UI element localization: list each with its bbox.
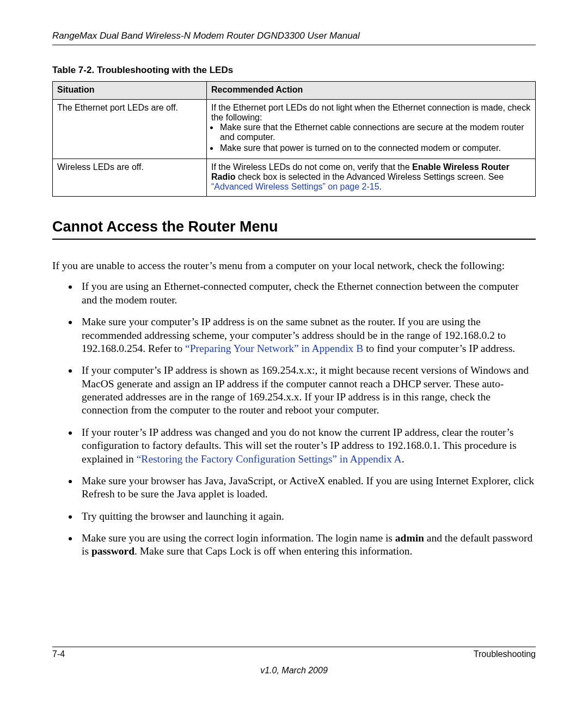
cell-text: If the Ethernet port LEDs do not light w… [211,103,530,122]
list-item: If your computer’s IP address is shown a… [78,364,536,417]
table-cell-situation: Wireless LEDs are off. [53,159,207,197]
table-row: Wireless LEDs are off. If the Wireless L… [53,159,536,197]
cell-bullet: Make sure that the Ethernet cable connec… [219,123,531,142]
footer-version: v1.0, March 2009 [0,666,588,675]
cell-text: . [379,182,382,191]
manual-page: RangeMax Dual Band Wireless-N Modem Rout… [0,0,588,706]
item-text: to find your computer’s IP address. [363,343,515,354]
table-row: The Ethernet port LEDs are off. If the E… [53,100,536,159]
table-cell-action: If the Ethernet port LEDs do not light w… [207,100,536,159]
list-item: Make sure you are using the correct logi… [78,532,536,558]
item-text: Make sure you are using the correct logi… [82,532,395,544]
list-item: Try quitting the browser and launching i… [78,510,536,523]
table-caption: Table 7-2. Troubleshooting with the LEDs [52,65,536,76]
list-item: Make sure your computer’s IP address is … [78,315,536,355]
list-item: If you are using an Ethernet-connected c… [78,280,536,307]
cell-bullet: Make sure that power is turned on to the… [219,143,531,153]
cell-text: check box is selected in the Advanced Wi… [235,172,504,181]
section-heading: Cannot Access the Router Menu [52,218,536,240]
table-header-action: Recommended Action [207,82,536,100]
table-cell-situation: The Ethernet port LEDs are off. [53,100,207,159]
page-footer: 7-4 Troubleshooting [52,647,536,659]
item-text: . Make sure that Caps Lock is off when e… [134,545,412,557]
list-item: If your router’s IP address was changed … [78,426,536,466]
footer-page-number: 7-4 [52,649,65,659]
section-list: If you are using an Ethernet-connected c… [52,280,536,558]
table-header-row: Situation Recommended Action [53,82,536,100]
cross-reference-link[interactable]: “Restoring the Factory Configuration Set… [137,453,402,465]
cell-bullet-list: Make sure that the Ethernet cable connec… [211,123,531,153]
footer-chapter: Troubleshooting [474,649,536,659]
section-intro: If you are unable to access the router’s… [52,259,536,272]
list-item: Make sure your browser has Java, JavaScr… [78,474,536,501]
table-cell-action: If the Wireless LEDs do not come on, ver… [207,159,536,197]
table-header-situation: Situation [53,82,207,100]
cell-text: If the Wireless LEDs do not come on, ver… [211,162,412,172]
item-bold: admin [395,532,424,544]
running-head: RangeMax Dual Band Wireless-N Modem Rout… [52,31,536,45]
cross-reference-link[interactable]: “Preparing Your Network” in Appendix B [185,343,363,354]
cross-reference-link[interactable]: “Advanced Wireless Settings” on page 2-1… [211,182,379,191]
item-text: . [402,453,405,465]
item-bold: password [91,545,134,557]
troubleshooting-table: Situation Recommended Action The Etherne… [52,81,536,197]
